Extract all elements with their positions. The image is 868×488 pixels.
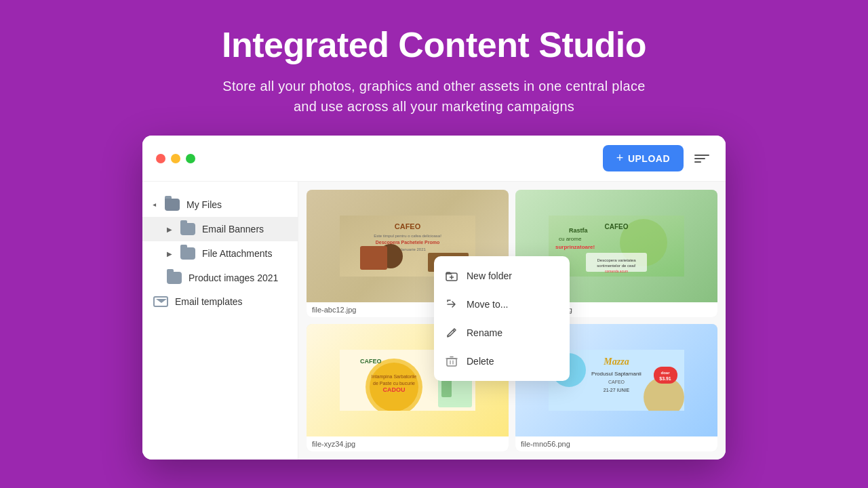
minimize-button[interactable] bbox=[171, 154, 180, 163]
mail-icon bbox=[153, 296, 168, 307]
filter-line-2 bbox=[694, 158, 705, 159]
svg-text:Descopera Pachetele Promo: Descopera Pachetele Promo bbox=[376, 240, 440, 245]
sidebar-item-my-files[interactable]: ▾ My Files bbox=[142, 192, 298, 217]
sidebar-label: File Attachments bbox=[202, 248, 273, 259]
context-menu-item-label: Move to... bbox=[467, 299, 508, 310]
upload-label: UPLOAD bbox=[628, 153, 670, 164]
svg-rect-37 bbox=[654, 367, 677, 384]
svg-text:comanda acum: comanda acum bbox=[605, 269, 628, 273]
folder-icon bbox=[167, 272, 182, 284]
svg-text:Descopera varietatea: Descopera varietatea bbox=[597, 258, 636, 262]
sidebar-item-product-images[interactable]: Product images 2021 bbox=[142, 266, 298, 290]
image-filename: file-mno56.png bbox=[515, 436, 717, 451]
sidebar-label: Email templates bbox=[175, 296, 243, 307]
sidebar-item-file-attachments[interactable]: ▶ File Attachments bbox=[142, 241, 298, 266]
svg-text:21-27 IUNIE: 21-27 IUNIE bbox=[604, 388, 630, 392]
svg-text:Intampina Sarbatorile: Intampina Sarbatorile bbox=[372, 374, 417, 380]
filter-line-1 bbox=[694, 155, 709, 156]
svg-text:doar: doar bbox=[660, 371, 670, 375]
svg-text:CAFEO: CAFEO bbox=[608, 380, 625, 384]
folder-icon bbox=[180, 223, 195, 235]
sidebar-item-email-banners[interactable]: ▶ Email Banners bbox=[142, 217, 298, 241]
hero-section: Integrated Content Studio Store all your… bbox=[208, 0, 660, 136]
maximize-button[interactable] bbox=[186, 154, 195, 163]
svg-text:CAFEO: CAFEO bbox=[360, 358, 382, 365]
sidebar-item-email-templates[interactable]: Email templates bbox=[142, 290, 298, 313]
context-menu-item-label: New folder bbox=[467, 270, 512, 281]
svg-rect-44 bbox=[447, 359, 456, 366]
my-files-label: My Files bbox=[186, 199, 222, 210]
svg-text:sortimentelor de ceai!: sortimentelor de ceai! bbox=[597, 264, 636, 268]
hero-subtitle: Store all your photos, graphics and othe… bbox=[222, 76, 646, 117]
context-menu-rename[interactable]: Rename bbox=[434, 319, 570, 347]
svg-line-43 bbox=[453, 330, 454, 331]
app-body: ▾ My Files ▶ Email Banners ▶ File Attach… bbox=[142, 182, 726, 460]
svg-text:Mazza: Mazza bbox=[603, 357, 629, 367]
context-menu: New folder Move to... bbox=[434, 256, 570, 381]
close-button[interactable] bbox=[156, 154, 165, 163]
filter-button[interactable] bbox=[692, 152, 712, 165]
context-menu-item-label: Delete bbox=[467, 356, 494, 367]
context-menu-move-to[interactable]: Move to... bbox=[434, 290, 570, 319]
context-menu-item-label: Rename bbox=[467, 327, 502, 338]
main-content: CAFEO Este timpul pentru o cafea delicio… bbox=[298, 182, 726, 460]
svg-rect-8 bbox=[360, 246, 387, 270]
svg-text:$3.91: $3.91 bbox=[659, 376, 671, 382]
folder-icon bbox=[165, 199, 180, 211]
chevron-right-icon: ▶ bbox=[167, 250, 172, 258]
svg-text:cu arome: cu arome bbox=[559, 236, 582, 242]
filter-line-3 bbox=[694, 161, 701, 163]
svg-text:surprinzatoare!: surprinzatoare! bbox=[555, 244, 595, 250]
upload-plus-icon: + bbox=[616, 151, 624, 165]
svg-text:CAFEO: CAFEO bbox=[605, 223, 629, 230]
titlebar: + UPLOAD bbox=[142, 136, 726, 182]
new-folder-icon bbox=[445, 269, 458, 283]
sidebar: ▾ My Files ▶ Email Banners ▶ File Attach… bbox=[142, 182, 298, 460]
context-menu-delete[interactable]: Delete bbox=[434, 347, 570, 375]
image-filename: file-xyz34.jpg bbox=[307, 436, 509, 451]
context-menu-new-folder[interactable]: New folder bbox=[434, 262, 570, 290]
app-window: + UPLOAD ▾ My Files ▶ Email Banne bbox=[142, 136, 726, 460]
rename-icon bbox=[445, 326, 458, 340]
svg-text:de Paste cu bucurie: de Paste cu bucurie bbox=[373, 381, 415, 386]
hero-title: Integrated Content Studio bbox=[222, 24, 646, 65]
svg-text:Este timpul pentru o cafea del: Este timpul pentru o cafea delicioasa! bbox=[374, 234, 441, 238]
upload-button[interactable]: + UPLOAD bbox=[603, 145, 684, 171]
sidebar-label: Product images 2021 bbox=[189, 272, 278, 283]
svg-text:CADOU: CADOU bbox=[383, 386, 406, 393]
delete-icon bbox=[445, 354, 458, 368]
titlebar-actions: + UPLOAD bbox=[603, 145, 712, 171]
sidebar-label: Email Banners bbox=[202, 224, 264, 235]
folder-icon bbox=[180, 247, 195, 260]
svg-text:CAFEO: CAFEO bbox=[395, 222, 421, 230]
move-to-icon bbox=[445, 298, 458, 311]
chevron-right-icon: ▶ bbox=[167, 226, 172, 233]
traffic-lights bbox=[156, 154, 195, 163]
svg-text:Produsul Saptamanii: Produsul Saptamanii bbox=[591, 371, 642, 377]
chevron-down-icon: ▾ bbox=[151, 203, 159, 207]
svg-text:Rastfa: Rastfa bbox=[569, 227, 589, 234]
